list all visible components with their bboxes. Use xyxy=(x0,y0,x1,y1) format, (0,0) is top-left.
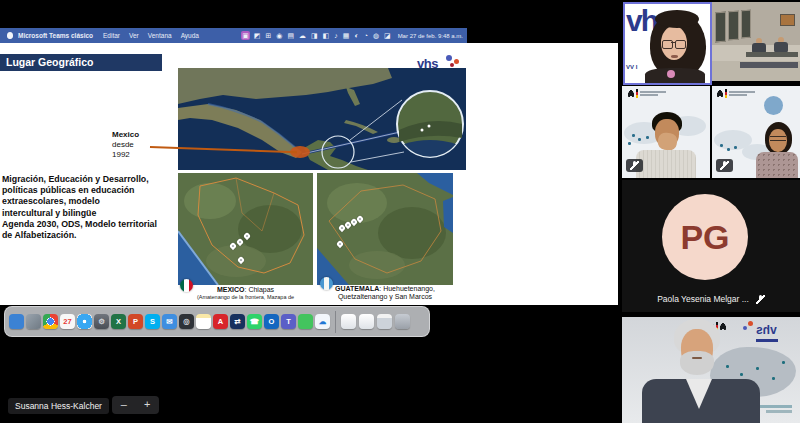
dock-app-glyph: ◎ xyxy=(183,317,190,326)
dock-app-icon[interactable] xyxy=(43,314,58,329)
menu-item[interactable]: Ver xyxy=(129,32,139,39)
dock-app-icon[interactable]: ◎ xyxy=(179,314,194,329)
map-dot xyxy=(638,138,641,141)
dock-app-icon[interactable] xyxy=(26,314,41,329)
video-tile-participant-bmz-1[interactable] xyxy=(622,86,710,178)
status-icon[interactable]: ▤ xyxy=(286,31,295,40)
vhs-logo-dot-red xyxy=(450,63,454,67)
dock-app-icon[interactable]: ⚙ xyxy=(94,314,109,329)
room-table xyxy=(740,62,798,68)
glasses-bridge xyxy=(671,42,675,43)
dock-shelf-icon[interactable] xyxy=(395,314,410,329)
dock-app-glyph: P xyxy=(133,317,138,326)
avatar-initials: PG xyxy=(680,218,729,257)
map-dot xyxy=(772,377,775,380)
map-dot xyxy=(720,144,723,147)
avatar: PG xyxy=(662,194,748,280)
dock-app-glyph: ✉ xyxy=(166,317,172,326)
guatemala-caption-region: : Huehuetenango, xyxy=(379,285,435,292)
mute-badge xyxy=(626,159,643,172)
bmz-logo-text-lines xyxy=(640,91,666,96)
logo-sub-bar xyxy=(756,339,778,342)
tile-logo-partial-text: VV I xyxy=(626,64,637,70)
status-icon[interactable]: ◧ xyxy=(322,31,331,40)
chiapas-map xyxy=(178,173,313,285)
menu-item[interactable]: Editar xyxy=(103,32,120,39)
status-icon[interactable]: ◐ xyxy=(353,31,359,40)
bmz-logo-text-lines xyxy=(729,91,755,96)
dock-app-icon[interactable]: ⇄ xyxy=(230,314,245,329)
status-icon[interactable]: ◩ xyxy=(253,31,262,40)
presenter-name-label: Susanna Hess-Kalcher xyxy=(8,398,109,414)
map-dot xyxy=(782,361,785,364)
dock-app-icon[interactable]: ✉ xyxy=(162,314,177,329)
eagle-icon xyxy=(717,90,723,97)
menu-item[interactable]: Ayuda xyxy=(181,32,199,39)
vhs-logo-dot-blue xyxy=(446,55,452,61)
annotation-since: desde 1992 xyxy=(112,140,139,160)
dock-app-icon[interactable] xyxy=(9,314,24,329)
dock-app-icon[interactable]: P xyxy=(128,314,143,329)
video-tile-participant-bmz-2[interactable] xyxy=(712,86,800,178)
participant-shoulders xyxy=(645,68,705,84)
mexico-caption-country: MEXICO xyxy=(217,286,245,293)
menu-items: EditarVerVentanaAyuda xyxy=(103,32,199,39)
dock-app-icon[interactable]: A xyxy=(213,314,228,329)
room-picture-frame xyxy=(780,14,795,26)
dock-app-glyph: X xyxy=(116,317,121,326)
menu-clock[interactable]: Mar 27 de feb. 9:48 a.m. xyxy=(398,33,463,39)
map-dot xyxy=(632,134,635,137)
video-tile-active-speaker[interactable]: vhs VV I xyxy=(623,2,712,85)
logo-dot-icon xyxy=(748,321,753,326)
dock-app-icon[interactable]: T xyxy=(281,314,296,329)
room-window xyxy=(728,11,739,41)
dock-app-icon[interactable] xyxy=(196,314,211,329)
guatemala-caption-line2: Quetzaltenango y San Marcos xyxy=(317,293,453,300)
apple-menu-icon[interactable] xyxy=(7,32,13,39)
dock-app-icon[interactable] xyxy=(298,314,313,329)
participant-bangs xyxy=(655,10,699,28)
eagle-icon xyxy=(720,323,726,330)
video-tile-speaker-man[interactable]: vhs xyxy=(622,317,800,423)
mirrored-vhs-logo: vhs xyxy=(756,320,778,342)
status-icon[interactable]: ☁ xyxy=(298,31,307,40)
slide-body-text: Migración, Educación y Desarrollo, polít… xyxy=(2,174,180,241)
dock-app-icon[interactable]: 27 xyxy=(60,314,75,329)
zoom-out-button[interactable]: – xyxy=(112,396,136,414)
mic-muted-icon xyxy=(630,161,639,170)
menu-item[interactable]: Ventana xyxy=(148,32,172,39)
status-icon[interactable]: ▣ xyxy=(241,31,250,40)
dock-shelf-icon[interactable] xyxy=(377,314,392,329)
dock-app-icon[interactable] xyxy=(77,314,92,329)
mirrored-caption-bar xyxy=(758,405,792,408)
participant-video-column: vhs VV I xyxy=(622,0,800,423)
participant-shirt xyxy=(636,150,696,178)
dock-app-icon[interactable]: O xyxy=(264,314,279,329)
dock-app-glyph: 27 xyxy=(63,317,71,326)
main-region-map xyxy=(178,68,466,170)
video-tile-conference-room[interactable] xyxy=(712,2,800,81)
dock-app-icon[interactable]: ☎ xyxy=(247,314,262,329)
status-icon[interactable]: ▦ xyxy=(342,31,351,40)
dock-app-icon[interactable]: ☁ xyxy=(315,314,330,329)
status-icon[interactable]: ◉ xyxy=(275,31,283,40)
status-icon[interactable]: ♪ xyxy=(333,31,339,40)
menu-app-name[interactable]: Microsoft Teams clásico xyxy=(18,32,93,39)
mirrored-vhs-text: vhs xyxy=(756,323,777,337)
dock-shelf-icon[interactable] xyxy=(341,314,356,329)
status-icon[interactable]: ◔ xyxy=(363,31,369,40)
map-dot xyxy=(646,136,649,139)
video-tile-pg[interactable]: PG Paola Yesenia Melgar ... xyxy=(622,180,800,312)
dock-app-icon[interactable]: S xyxy=(145,314,160,329)
status-icon[interactable]: ◪ xyxy=(383,31,392,40)
status-icon[interactable]: ◍ xyxy=(372,31,380,40)
bmz-logo xyxy=(628,89,666,98)
mac-dock: 27 ⚙ X P S ✉ ◎ A xyxy=(4,306,430,337)
status-icon[interactable]: ⊞ xyxy=(264,31,272,40)
dock-app-icon[interactable]: X xyxy=(111,314,126,329)
glasses-icon xyxy=(770,136,786,141)
dock-shelf-icon[interactable] xyxy=(359,314,374,329)
screen-share-region: Microsoft Teams clásico EditarVerVentana… xyxy=(0,0,620,423)
zoom-in-button[interactable]: + xyxy=(136,396,160,414)
status-icon[interactable]: ◨ xyxy=(310,31,319,40)
